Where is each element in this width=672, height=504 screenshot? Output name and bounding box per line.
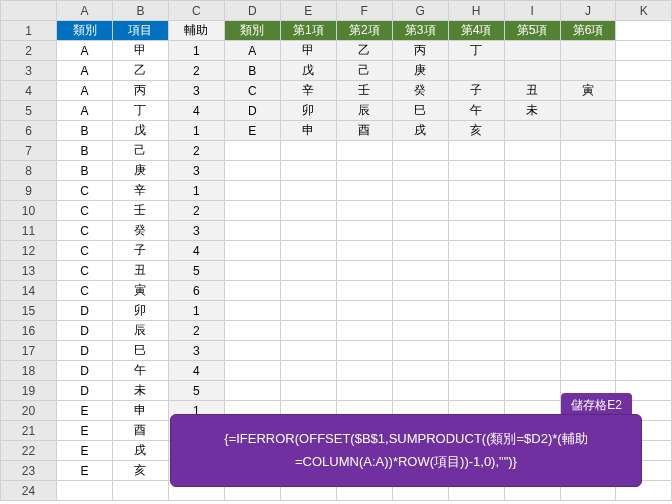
cell[interactable]: [280, 381, 336, 401]
cell[interactable]: [224, 201, 280, 221]
row-18[interactable]: 18: [1, 361, 57, 381]
cell[interactable]: 戌: [113, 441, 169, 461]
cell[interactable]: 丁: [448, 41, 504, 61]
cell[interactable]: 1: [168, 301, 224, 321]
cell[interactable]: [504, 381, 560, 401]
cell[interactable]: [336, 301, 392, 321]
cell[interactable]: 6: [168, 281, 224, 301]
cell[interactable]: [560, 321, 616, 341]
cell[interactable]: [504, 341, 560, 361]
cell[interactable]: [448, 241, 504, 261]
cell[interactable]: 1: [168, 41, 224, 61]
col-K[interactable]: K: [616, 1, 672, 21]
cell[interactable]: [448, 281, 504, 301]
cell[interactable]: [448, 301, 504, 321]
cell[interactable]: [616, 41, 672, 61]
cell[interactable]: 卯: [113, 301, 169, 321]
cell[interactable]: 辛: [280, 81, 336, 101]
cell[interactable]: 3: [168, 221, 224, 241]
cell[interactable]: 申: [113, 401, 169, 421]
cell[interactable]: [616, 21, 672, 41]
cell[interactable]: [280, 281, 336, 301]
cell[interactable]: A: [57, 41, 113, 61]
row-12[interactable]: 12: [1, 241, 57, 261]
cell[interactable]: 第1項: [280, 21, 336, 41]
cell[interactable]: [560, 161, 616, 181]
row-3[interactable]: 3: [1, 61, 57, 81]
cell[interactable]: 2: [168, 141, 224, 161]
cell[interactable]: [504, 161, 560, 181]
cell[interactable]: E: [57, 421, 113, 441]
cell[interactable]: A: [57, 81, 113, 101]
cell[interactable]: 5: [168, 381, 224, 401]
cell[interactable]: C: [224, 81, 280, 101]
cell[interactable]: [560, 41, 616, 61]
cell[interactable]: 1: [168, 121, 224, 141]
row-11[interactable]: 11: [1, 221, 57, 241]
cell[interactable]: [336, 281, 392, 301]
row-22[interactable]: 22: [1, 441, 57, 461]
cell[interactable]: 巳: [113, 341, 169, 361]
cell[interactable]: [560, 141, 616, 161]
cell[interactable]: [448, 341, 504, 361]
row-2[interactable]: 2: [1, 41, 57, 61]
cell[interactable]: [560, 241, 616, 261]
cell[interactable]: [616, 221, 672, 241]
row-24[interactable]: 24: [1, 481, 57, 501]
cell[interactable]: [392, 241, 448, 261]
cell[interactable]: [504, 321, 560, 341]
cell[interactable]: [448, 201, 504, 221]
cell[interactable]: A: [57, 101, 113, 121]
cell[interactable]: [560, 181, 616, 201]
cell[interactable]: [336, 181, 392, 201]
cell[interactable]: [616, 141, 672, 161]
cell[interactable]: [392, 141, 448, 161]
cell[interactable]: [392, 181, 448, 201]
cell[interactable]: 酉: [113, 421, 169, 441]
cell[interactable]: 寅: [560, 81, 616, 101]
cell[interactable]: [448, 381, 504, 401]
cell[interactable]: [616, 121, 672, 141]
cell[interactable]: [336, 361, 392, 381]
cell[interactable]: [504, 141, 560, 161]
cell[interactable]: 癸: [392, 81, 448, 101]
cell[interactable]: [392, 261, 448, 281]
cell[interactable]: [504, 41, 560, 61]
cell[interactable]: [224, 261, 280, 281]
cell[interactable]: 戌: [392, 121, 448, 141]
cell[interactable]: 輔助: [168, 21, 224, 41]
cell[interactable]: 第5項: [504, 21, 560, 41]
cell[interactable]: [224, 381, 280, 401]
cell[interactable]: 4: [168, 101, 224, 121]
row-5[interactable]: 5: [1, 101, 57, 121]
cell[interactable]: [280, 201, 336, 221]
cell[interactable]: 丙: [113, 81, 169, 101]
cell[interactable]: 第4項: [448, 21, 504, 41]
cell[interactable]: 乙: [336, 41, 392, 61]
cell[interactable]: [392, 341, 448, 361]
cell[interactable]: 辛: [113, 181, 169, 201]
row-9[interactable]: 9: [1, 181, 57, 201]
cell[interactable]: 庚: [113, 161, 169, 181]
cell[interactable]: 4: [168, 241, 224, 261]
cell[interactable]: [616, 81, 672, 101]
cell[interactable]: 戊: [113, 121, 169, 141]
cell[interactable]: [224, 281, 280, 301]
cell[interactable]: E: [57, 401, 113, 421]
cell[interactable]: 2: [168, 61, 224, 81]
cell[interactable]: D: [57, 381, 113, 401]
cell[interactable]: 子: [113, 241, 169, 261]
cell[interactable]: 3: [168, 161, 224, 181]
cell[interactable]: [336, 141, 392, 161]
cell[interactable]: [336, 221, 392, 241]
cell[interactable]: 己: [113, 141, 169, 161]
cell[interactable]: C: [57, 241, 113, 261]
cell[interactable]: [224, 361, 280, 381]
cell[interactable]: [448, 161, 504, 181]
cell[interactable]: B: [57, 141, 113, 161]
cell[interactable]: [336, 261, 392, 281]
cell[interactable]: 戊: [280, 61, 336, 81]
select-all[interactable]: [1, 1, 57, 21]
col-F[interactable]: F: [336, 1, 392, 21]
row-17[interactable]: 17: [1, 341, 57, 361]
